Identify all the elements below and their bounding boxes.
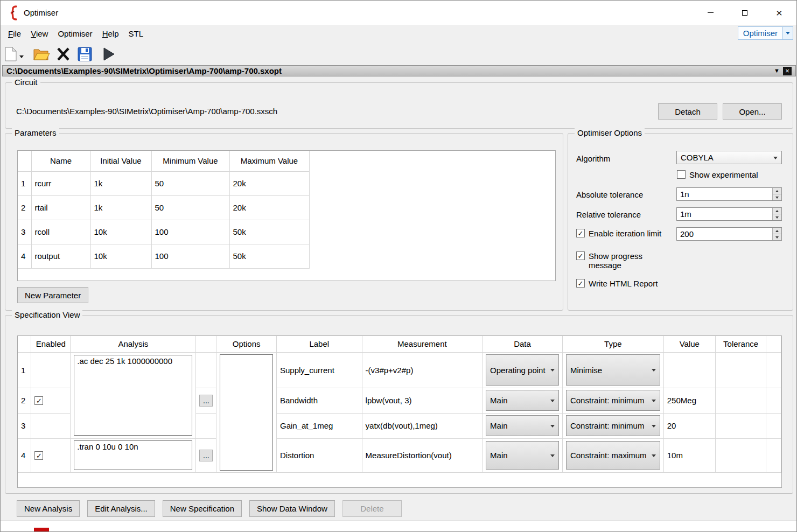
show-progress-checkbox[interactable]: ✓ [576, 251, 585, 260]
data-combo[interactable]: Main [486, 441, 559, 470]
new-analysis-button[interactable]: New Analysis [17, 500, 80, 517]
spin-down-button[interactable] [773, 194, 781, 200]
label-cell[interactable]: Bandwidth [276, 388, 362, 413]
type-combo[interactable]: Constraint: minimum [566, 415, 660, 436]
measurement-cell[interactable]: MeasureDistortion(vout) [362, 438, 482, 472]
param-min-cell[interactable]: 100 [151, 220, 229, 244]
relative-tolerance-input[interactable]: 1m [677, 208, 772, 220]
type-combo[interactable]: Minimise [566, 354, 660, 386]
value-cell[interactable]: 10m [663, 438, 715, 472]
toolbar [1, 43, 796, 65]
param-name-cell[interactable]: routput [31, 244, 90, 268]
write-html-report-checkbox[interactable]: ✓ [576, 279, 585, 288]
spin-up-button[interactable] [773, 188, 781, 194]
spin-up-button[interactable] [773, 208, 781, 214]
maximize-icon [742, 10, 747, 16]
edit-analysis-ellipsis-button[interactable]: ... [199, 395, 213, 407]
iteration-limit-label: Enable iteration limit [589, 229, 661, 238]
menu-help[interactable]: Help [97, 26, 124, 41]
new-document-button[interactable] [5, 44, 24, 64]
relative-tolerance-spinbox: 1m [676, 207, 782, 221]
tolerance-cell[interactable] [715, 413, 766, 438]
tolerance-cell[interactable] [715, 438, 766, 472]
minimize-button[interactable] [693, 1, 728, 25]
new-document-dropdown-icon[interactable] [19, 55, 24, 58]
absolute-tolerance-input[interactable]: 1n [677, 188, 772, 200]
iteration-limit-checkbox[interactable]: ✓ [576, 229, 585, 237]
show-experimental-checkbox[interactable] [677, 170, 686, 179]
document-list-dropdown-icon[interactable]: ▼ [774, 68, 780, 74]
data-combo[interactable]: Main [486, 390, 559, 411]
analysis-editor-tran[interactable]: .tran 0 10u 0 10n [74, 440, 192, 470]
edit-analysis-ellipsis-button[interactable]: ... [199, 450, 213, 461]
options-list[interactable] [220, 354, 273, 471]
param-max-cell[interactable]: 50k [229, 244, 309, 268]
type-combo[interactable]: Constraint: minimum [566, 390, 660, 411]
algorithm-label: Algorithm [576, 154, 610, 163]
measurement-cell[interactable]: lpbw(vout, 3) [362, 388, 482, 413]
param-min-cell[interactable]: 100 [151, 244, 229, 268]
value-cell[interactable]: 20 [663, 413, 715, 438]
param-name-cell[interactable]: rtail [31, 195, 90, 220]
value-cell[interactable] [663, 352, 715, 388]
close-button[interactable]: × [762, 1, 796, 25]
run-button[interactable] [103, 44, 115, 64]
view-selector[interactable]: Optimiser [738, 26, 793, 40]
enabled-checkbox[interactable]: ✓ [34, 396, 43, 405]
param-min-cell[interactable]: 50 [151, 171, 229, 195]
tolerance-cell[interactable] [715, 388, 766, 413]
open-file-button[interactable] [33, 44, 50, 64]
label-cell[interactable]: Gain_at_1meg [276, 413, 362, 438]
data-combo[interactable]: Main [486, 415, 559, 436]
detach-button[interactable]: Detach [658, 103, 717, 120]
menu-view[interactable]: View [26, 26, 53, 41]
document-path: C:\Documents\Examples-90\SIMetrix\Optimi… [6, 66, 282, 75]
data-combo[interactable]: Operating point [486, 354, 559, 386]
edit-analysis-button[interactable]: Edit Analysis... [87, 500, 155, 517]
param-name-cell[interactable]: rcurr [31, 171, 90, 195]
show-data-window-button[interactable]: Show Data Window [249, 500, 335, 517]
param-min-cell[interactable]: 50 [151, 195, 229, 220]
param-max-cell[interactable]: 20k [229, 171, 309, 195]
document-close-button[interactable]: × [783, 67, 792, 75]
algorithm-combo[interactable]: COBYLA [676, 151, 782, 164]
maximize-button[interactable] [728, 1, 762, 25]
spin-down-button[interactable] [773, 234, 781, 240]
param-initial-cell[interactable]: 10k [90, 244, 151, 268]
menu-optimiser[interactable]: Optimiser [53, 26, 97, 41]
value-cell[interactable]: 250Meg [663, 388, 715, 413]
delete-tool-button[interactable] [56, 44, 71, 64]
analysis-editor-ac[interactable]: .ac dec 25 1k 1000000000 [74, 355, 192, 436]
type-combo[interactable]: Constraint: maximum [566, 441, 660, 470]
spin-up-button[interactable] [773, 228, 781, 234]
param-initial-cell[interactable]: 1k [90, 171, 151, 195]
label-cell[interactable]: Supply_current [276, 352, 362, 388]
enabled-checkbox[interactable]: ✓ [34, 451, 43, 460]
menu-stl[interactable]: STL [124, 26, 149, 41]
open-circuit-button[interactable]: Open... [723, 103, 782, 120]
new-parameter-button[interactable]: New Parameter [17, 287, 88, 303]
show-experimental-label: Show experimental [689, 170, 758, 179]
chevron-down-icon[interactable] [782, 27, 793, 39]
param-initial-cell[interactable]: 10k [90, 220, 151, 244]
parameter-row: 3 rcoll 10k 100 50k [18, 220, 309, 244]
absolute-tolerance-label: Absolute tolerance [576, 190, 643, 199]
measurement-cell[interactable]: -(v3#p+v2#p) [362, 352, 482, 388]
menu-file[interactable]: File [3, 26, 26, 41]
save-button[interactable] [78, 44, 92, 64]
label-cell[interactable]: Distortion [276, 438, 362, 472]
new-specification-button[interactable]: New Specification [163, 500, 242, 517]
tolerance-cell[interactable] [715, 352, 766, 388]
param-initial-cell[interactable]: 1k [90, 195, 151, 220]
enabled-cell[interactable] [31, 352, 71, 388]
enabled-cell: ✓ [31, 438, 71, 472]
enabled-cell[interactable] [31, 413, 71, 438]
spin-down-button[interactable] [773, 214, 781, 220]
iteration-limit-input[interactable]: 200 [677, 228, 772, 240]
run-play-icon [103, 47, 115, 61]
param-max-cell[interactable]: 20k [229, 195, 309, 220]
measurement-cell[interactable]: yatx(db(vout),1meg) [362, 413, 482, 438]
row-number: 4 [18, 438, 31, 472]
param-name-cell[interactable]: rcoll [31, 220, 90, 244]
param-max-cell[interactable]: 50k [229, 220, 309, 244]
